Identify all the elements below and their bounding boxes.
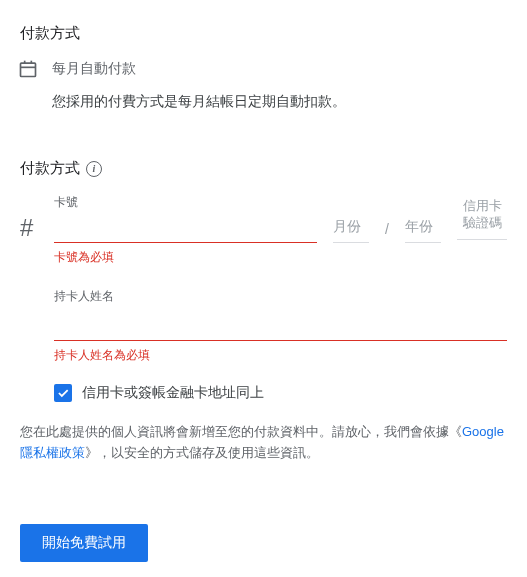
cvc-label: 信用卡驗證碼 [457,198,507,232]
cvc-input[interactable]: 信用卡驗證碼 [457,198,507,240]
same-address-label: 信用卡或簽帳金融卡地址同上 [82,384,264,402]
privacy-notice: 您在此處提供的個人資訊將會新增至您的付款資料中。請放心，我們會依據《Google… [20,422,507,464]
payment-method-title-2: 付款方式 i [20,159,507,178]
info-icon[interactable]: i [86,161,102,177]
same-address-checkbox[interactable] [54,384,72,402]
auto-pay-label: 每月自動付款 [52,60,136,78]
svg-rect-0 [21,63,36,76]
cardholder-label: 持卡人姓名 [54,288,507,305]
check-icon [56,386,70,400]
payment-method-label: 付款方式 [20,159,80,178]
expiry-year-input[interactable]: 年份 [405,218,441,243]
cardholder-error: 持卡人姓名為必填 [54,347,507,364]
card-number-error: 卡號為必填 [54,249,507,266]
hash-icon: # [20,216,40,240]
auto-pay-row: 每月自動付款 [18,59,507,79]
cardholder-input[interactable] [54,313,507,341]
card-number-label: 卡號 [54,194,317,211]
payment-form: # 卡號 月份 / 年份 信用卡驗證碼 卡號為必填 持卡人姓名 持卡人姓名為必填 [20,194,507,402]
calendar-icon [18,59,38,79]
expiry-month-input[interactable]: 月份 [333,218,369,243]
privacy-text-1: 您在此處提供的個人資訊將會新增至您的付款資料中。請放心，我們會依據《 [20,424,462,439]
privacy-text-2: 》，以安全的方式儲存及使用這些資訊。 [85,445,319,460]
expiry-slash: / [385,221,389,243]
card-number-input[interactable] [54,215,317,243]
payment-description: 您採用的付費方式是每月結帳日定期自動扣款。 [52,93,507,111]
start-free-trial-button[interactable]: 開始免費試用 [20,524,148,562]
payment-method-title-1: 付款方式 [20,24,507,43]
